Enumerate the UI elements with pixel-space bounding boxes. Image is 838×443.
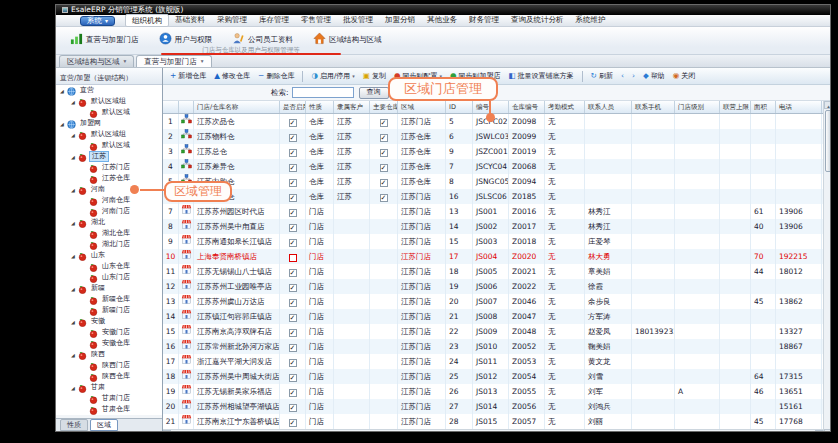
tree-node[interactable]: ◢直营 bbox=[56, 85, 162, 96]
column-header-main[interactable]: 主要仓库 bbox=[370, 101, 398, 113]
column-header-code[interactable]: 编号 bbox=[473, 101, 509, 113]
menu-item-1[interactable]: 组织机构 bbox=[125, 14, 169, 27]
table-row[interactable]: 11江苏无锡锡山八士镇店✓门店江苏门店18JS005Z0021无章美娟44180… bbox=[163, 264, 823, 279]
table-row[interactable]: 8江苏苏州吴中甪直店✓门店江苏门店14JS002Z0017无林秀江4013906 bbox=[163, 219, 823, 234]
checkbox-checked[interactable]: ✓ bbox=[380, 164, 388, 172]
chevron-down-icon[interactable]: ▾ bbox=[352, 73, 355, 79]
checkbox-checked[interactable]: ✓ bbox=[380, 119, 388, 127]
delete-warehouse-button[interactable]: −删除仓库 bbox=[255, 71, 297, 81]
tree-node[interactable]: 陕西仓库 bbox=[56, 371, 162, 382]
tree-node[interactable]: 江苏仓库 bbox=[56, 173, 162, 184]
checkbox-checked[interactable]: ✓ bbox=[380, 179, 388, 187]
tree-expand-icon[interactable]: ◢ bbox=[59, 121, 65, 127]
table-row[interactable]: 18江苏苏州吴中周城大街店✓门店江苏门店25JS012Z0054无刘雪64173… bbox=[163, 369, 823, 384]
tree-expand-icon[interactable]: ◢ bbox=[70, 220, 76, 226]
tree-node[interactable]: 陕西门店 bbox=[56, 360, 162, 371]
copy-button[interactable]: ▣复制 bbox=[360, 71, 389, 81]
tree-node[interactable]: ◢陕西 bbox=[56, 349, 162, 360]
table-row[interactable]: 9江苏南通如皋长江镇店✓门店江苏门店15JS003Z0018无庄爱琴 bbox=[163, 234, 823, 249]
checkbox-checked[interactable]: ✓ bbox=[380, 149, 388, 157]
table-row[interactable]: 7江苏苏州园区时代店✓门店江苏门店13JS001Z0016无林秀江6113906 bbox=[163, 204, 823, 219]
column-header-id[interactable]: ID bbox=[446, 101, 473, 113]
checkbox-checked[interactable]: ✓ bbox=[289, 404, 297, 412]
system-menu-button[interactable]: 系统 ▾ bbox=[80, 16, 115, 26]
table-row[interactable]: 20江苏苏州相城望亭湖镇店✓门店江苏门店27JS014Z0056无刘鸿兵1516… bbox=[163, 399, 823, 414]
tree-expand-icon[interactable]: ◢ bbox=[70, 319, 76, 325]
menu-item-10[interactable]: 查询及统计分析 bbox=[505, 14, 570, 27]
tree-node[interactable]: 湖北仓库 bbox=[56, 228, 162, 239]
document-tab-2[interactable]: 直营与加盟门店▾ bbox=[136, 55, 211, 67]
table-row[interactable]: 2江苏物料仓✓仓库江苏✓江苏仓库6JSWLC03Z0099无 bbox=[163, 129, 823, 144]
tree-node[interactable]: ◢山东 bbox=[56, 250, 162, 261]
column-header-cap[interactable]: 联营上限 bbox=[720, 101, 751, 113]
prev-button[interactable]: ‹ bbox=[618, 72, 627, 80]
table-row[interactable]: 16江苏常州新北孙河万家店✓门店江苏门店23JS010Z0052无鞠美娟1886… bbox=[163, 339, 823, 354]
checkbox-checked[interactable]: ✓ bbox=[289, 239, 297, 247]
table-row[interactable]: 19江苏无锡新吴家乐福店✓门店江苏门店26JS013Z0055无刘军A46136… bbox=[163, 384, 823, 399]
tree-expand-icon[interactable]: ◢ bbox=[70, 385, 76, 391]
column-header-area[interactable]: 面积 bbox=[751, 101, 776, 113]
tree-expand-icon[interactable]: ◢ bbox=[70, 352, 76, 358]
tree-node[interactable]: 山东仓库 bbox=[56, 261, 162, 272]
column-header-wh[interactable]: 仓库编号 bbox=[509, 101, 545, 113]
search-input[interactable] bbox=[292, 87, 354, 98]
tree-node[interactable]: 甘肃仓库 bbox=[56, 404, 162, 415]
edit-warehouse-button[interactable]: ▲修改仓库 bbox=[211, 71, 253, 81]
chevron-down-icon[interactable]: ▾ bbox=[201, 56, 204, 67]
checkbox-checked[interactable]: ✓ bbox=[289, 299, 297, 307]
column-header-name[interactable]: 门店/仓库名称 bbox=[194, 101, 280, 113]
tree-node[interactable]: 河南门店 bbox=[56, 206, 162, 217]
sidebar-tab-2[interactable]: 区域 bbox=[90, 419, 118, 431]
tree-node[interactable]: 甘肃门店 bbox=[56, 393, 162, 404]
help-button[interactable]: ◆帮助 bbox=[640, 71, 668, 81]
menu-item-8[interactable]: 其他业务 bbox=[421, 14, 463, 27]
tree-node[interactable]: ◢加盟网 bbox=[56, 118, 162, 129]
tree-node[interactable]: ◢安徽 bbox=[56, 316, 162, 327]
tree-expand-icon[interactable]: ◢ bbox=[70, 154, 76, 160]
menu-item-3[interactable]: 采购管理 bbox=[211, 14, 253, 27]
tree-expand-icon[interactable]: ◢ bbox=[59, 88, 65, 94]
checkbox-checked[interactable]: ✓ bbox=[289, 164, 297, 172]
checkbox-unchecked[interactable] bbox=[289, 254, 297, 262]
checkbox-checked[interactable]: ✓ bbox=[289, 344, 297, 352]
column-header-attend[interactable]: 考勤模式 bbox=[545, 101, 585, 113]
checkbox-checked[interactable]: ✓ bbox=[289, 119, 297, 127]
checkbox-checked[interactable]: ✓ bbox=[289, 329, 297, 337]
tree-node[interactable]: 江苏门店 bbox=[56, 162, 162, 173]
column-header-level[interactable]: 门店级别 bbox=[675, 101, 720, 113]
tree-expand-icon[interactable]: ◢ bbox=[70, 187, 76, 193]
tree-expand-icon[interactable]: ◢ bbox=[70, 132, 76, 138]
checkbox-checked[interactable]: ✓ bbox=[380, 194, 388, 202]
checkbox-checked[interactable]: ✓ bbox=[289, 149, 297, 157]
menu-item-2[interactable]: 基础资料 bbox=[169, 14, 211, 27]
checkbox-checked[interactable]: ✓ bbox=[289, 224, 297, 232]
horizontal-scrollbar[interactable]: ◂ ▸ bbox=[163, 429, 823, 432]
column-header-enabled[interactable]: 是否启用 bbox=[280, 101, 306, 113]
table-row[interactable]: 10上海奉贤南桥镇店门店江苏门店17JS004Z0020无林大勇70192215 bbox=[163, 249, 823, 264]
search-button[interactable]: 查询 bbox=[359, 87, 389, 99]
tree-node[interactable]: 安徽仓库 bbox=[56, 338, 162, 349]
checkbox-checked[interactable]: ✓ bbox=[289, 374, 297, 382]
table-row[interactable]: 15江苏南京高淳双牌石店✓门店江苏门店22JS009Z0048无赵爱凤18013… bbox=[163, 324, 823, 339]
new-warehouse-button[interactable]: +新增仓库 bbox=[167, 71, 209, 81]
column-header-customer[interactable]: 隶属客户 bbox=[334, 101, 370, 113]
checkbox-checked[interactable]: ✓ bbox=[289, 284, 297, 292]
refresh-button[interactable]: ↻刷新 bbox=[588, 71, 616, 81]
table-row[interactable]: 5江苏内购仓✓仓库江苏✓江苏仓库8JSNGC05Z0094无 bbox=[163, 174, 823, 189]
batch-stock-plan-button[interactable]: ◧批量设置铺底方案 bbox=[506, 71, 577, 81]
enable-disable-button[interactable]: ◑启用/停用▾ bbox=[308, 71, 357, 81]
scroll-left-arrow-icon[interactable]: ◂ bbox=[163, 430, 171, 432]
column-header-n[interactable] bbox=[163, 101, 179, 113]
scroll-up-arrow-icon[interactable]: ▴ bbox=[824, 101, 831, 109]
table-row[interactable]: 14江苏镇江句容郭庄镇店✓门店江苏门店21JS008Z0047无方军涛 bbox=[163, 309, 823, 324]
table-row[interactable]: 12江苏苏州工业园唯亭店✓门店江苏门店19JS006Z0022无徐霞 bbox=[163, 279, 823, 294]
sidebar-tab-1[interactable]: 性质 bbox=[60, 419, 88, 431]
tree-node[interactable]: 湖北门店 bbox=[56, 239, 162, 250]
column-header-contact[interactable]: 联系人员 bbox=[585, 101, 632, 113]
checkbox-checked[interactable]: ✓ bbox=[289, 209, 297, 217]
tree-expand-icon[interactable]: ◢ bbox=[70, 286, 76, 292]
checkbox-checked[interactable]: ✓ bbox=[289, 419, 297, 427]
column-header-nature[interactable]: 性质 bbox=[306, 101, 334, 113]
menu-item-5[interactable]: 零售管理 bbox=[295, 14, 337, 27]
document-tab-1[interactable]: 区域结构与区域▾ bbox=[59, 55, 134, 67]
